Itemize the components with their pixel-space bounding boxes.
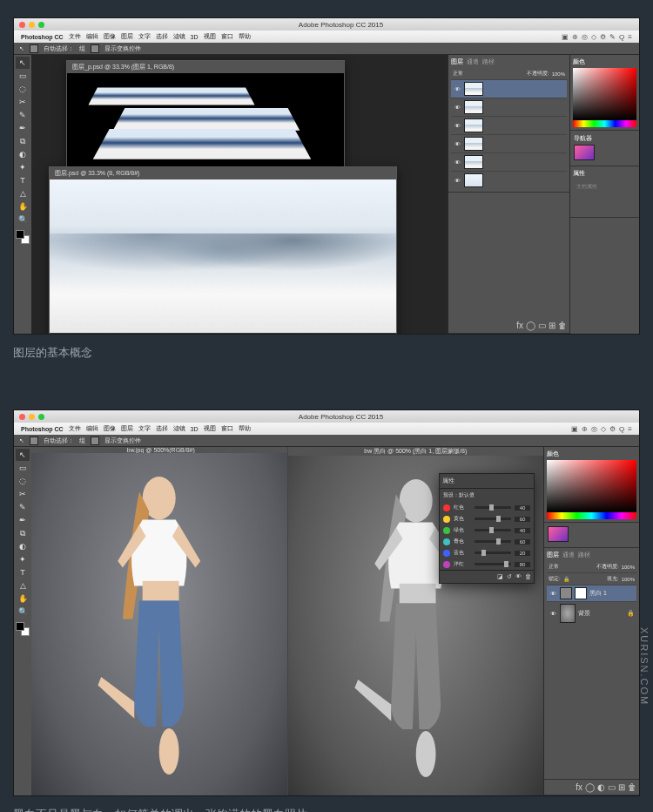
tab-paths[interactable]: 路径	[578, 551, 590, 559]
slider-value[interactable]: 60	[515, 539, 530, 545]
menu-edit[interactable]: 编辑	[86, 32, 98, 41]
doc-tab-b[interactable]: 图层.psd @ 33.3% (8, RGB/8#)	[50, 167, 396, 179]
visibility-icon[interactable]: 👁	[453, 159, 461, 166]
marquee-tool[interactable]: ▭	[16, 70, 30, 82]
fg-bg-colors[interactable]	[16, 230, 30, 244]
tab-nav[interactable]: 导航器	[574, 134, 592, 143]
color-picker[interactable]	[547, 460, 636, 512]
tab-paths[interactable]: 路径	[482, 58, 495, 66]
blend-mode[interactable]: 正常	[453, 70, 463, 78]
hand-tool[interactable]: ✋	[16, 592, 30, 605]
layer-row[interactable]: 👁	[451, 98, 567, 116]
close-icon[interactable]	[19, 414, 25, 420]
zoom-tool[interactable]: 🔍	[16, 213, 30, 226]
preset-row[interactable]: 预设：默认值	[440, 489, 534, 502]
checkbox[interactable]	[30, 44, 38, 53]
menu-3d[interactable]: 3D	[191, 426, 199, 432]
bw-slider-蓝色[interactable]: 蓝色20	[440, 547, 534, 558]
menu-filter[interactable]: 滤镜	[173, 424, 185, 433]
fg-bg-colors[interactable]	[16, 622, 30, 636]
bw-slider-红色[interactable]: 红色40	[440, 502, 534, 513]
visibility-icon[interactable]: 👁	[453, 105, 461, 111]
doc-tab-a[interactable]: 图层_p.psd @ 33.3% (图层 1, RGB/8)	[67, 61, 344, 73]
stamp-tool[interactable]: ⧉	[16, 527, 30, 539]
opt-group[interactable]: 组	[79, 44, 85, 53]
visibility-icon[interactable]: 👁	[453, 178, 461, 184]
menu-filter[interactable]: 滤镜	[173, 32, 185, 41]
bw-slider-洋红[interactable]: 洋红80	[440, 558, 534, 570]
gradient-tool[interactable]: ◐	[16, 540, 30, 552]
tab-channels[interactable]: 通道	[562, 551, 575, 559]
crop-tool[interactable]: ✂	[16, 488, 30, 500]
menu-help[interactable]: 帮助	[239, 32, 251, 41]
opacity-value[interactable]: 100%	[622, 565, 635, 570]
fx-icon[interactable]: fx	[516, 321, 523, 330]
document-window-b[interactable]: 图层.psd @ 33.3% (8, RGB/8#) 33.33%	[49, 166, 397, 334]
menu-file[interactable]: 文件	[69, 32, 81, 41]
slider-track[interactable]	[475, 540, 511, 543]
checkbox[interactable]	[91, 436, 99, 445]
zoom-tool[interactable]: 🔍	[16, 606, 30, 618]
adjustment-icon[interactable]: ◐	[597, 782, 605, 792]
layer-row[interactable]: 👁	[451, 171, 567, 189]
reset-icon[interactable]: ↺	[507, 573, 512, 580]
slider-track[interactable]	[475, 563, 511, 565]
mask-icon[interactable]: ◯	[585, 782, 595, 792]
menu-file[interactable]: 文件	[69, 424, 81, 433]
menu-window[interactable]: 窗口	[221, 32, 233, 41]
slider-track[interactable]	[475, 518, 511, 520]
move-tool[interactable]: ↖	[16, 57, 30, 69]
tab-color[interactable]: 颜色	[573, 58, 585, 66]
bw-slider-青色[interactable]: 青色60	[440, 536, 534, 547]
menu-view[interactable]: 视图	[204, 32, 216, 41]
crop-tool[interactable]: ✂	[16, 96, 30, 108]
shape-tool[interactable]: △	[16, 579, 30, 592]
color-picker[interactable]	[573, 68, 636, 120]
slider-value[interactable]: 20	[515, 551, 530, 556]
menu-select[interactable]: 选择	[156, 32, 168, 41]
hand-tool[interactable]: ✋	[16, 200, 30, 213]
menu-window[interactable]: 窗口	[221, 424, 233, 433]
hue-slider[interactable]	[547, 512, 636, 519]
menu-3d[interactable]: 3D	[191, 34, 199, 40]
dodge-tool[interactable]: ✦	[16, 553, 30, 565]
checkbox[interactable]	[91, 44, 99, 53]
new-layer-icon[interactable]: ⊞	[618, 782, 625, 792]
menu-select[interactable]: 选择	[156, 424, 168, 433]
minimize-icon[interactable]	[29, 414, 35, 420]
opacity-value[interactable]: 100%	[552, 71, 565, 77]
visibility-icon[interactable]: 👁	[453, 141, 461, 147]
fx-icon[interactable]: fx	[576, 782, 582, 792]
stamp-tool[interactable]: ⧉	[16, 135, 30, 147]
slider-value[interactable]: 60	[515, 517, 530, 522]
menu-image[interactable]: 图像	[104, 32, 116, 41]
gradient-tool[interactable]: ◐	[16, 148, 30, 160]
slider-track[interactable]	[475, 551, 511, 554]
layer-row[interactable]: 👁	[451, 116, 567, 134]
menu-view[interactable]: 视图	[204, 424, 216, 433]
slider-value[interactable]: 80	[515, 562, 530, 567]
hue-slider[interactable]	[573, 120, 636, 127]
visibility-icon[interactable]: 👁	[515, 573, 522, 580]
doc-tab-c[interactable]: _bw.jpg @ 500%(RGB/8#)	[31, 447, 287, 453]
menu-type[interactable]: 文字	[138, 424, 151, 433]
slider-value[interactable]: 40	[515, 505, 530, 511]
type-tool[interactable]: T	[16, 566, 30, 579]
checkbox[interactable]	[30, 436, 38, 445]
marquee-tool[interactable]: ▭	[16, 462, 30, 474]
new-layer-icon[interactable]: ⊞	[549, 321, 555, 330]
layer-row-bg[interactable]: 👁 背景 🔒	[547, 601, 636, 625]
lock-icon[interactable]: 🔒	[563, 576, 569, 582]
new-group-icon[interactable]: ▭	[608, 782, 616, 792]
shape-tool[interactable]: △	[16, 187, 30, 200]
visibility-icon[interactable]: 👁	[453, 86, 461, 92]
eyedropper-tool[interactable]: ✎	[16, 109, 30, 121]
move-tool[interactable]: ↖	[16, 449, 30, 461]
zoom-icon[interactable]	[38, 414, 44, 420]
bw-adjustment-panel[interactable]: 属性 预设：默认值 红色40黄色60绿色40青色60蓝色20洋红80 ◪ ↺ 👁…	[439, 473, 535, 584]
minimize-icon[interactable]	[29, 22, 35, 28]
menu-layer[interactable]: 图层	[121, 424, 133, 433]
blend-mode[interactable]: 正常	[549, 563, 559, 571]
nav-thumb[interactable]	[548, 526, 569, 542]
brush-tool[interactable]: ✒	[16, 514, 30, 526]
